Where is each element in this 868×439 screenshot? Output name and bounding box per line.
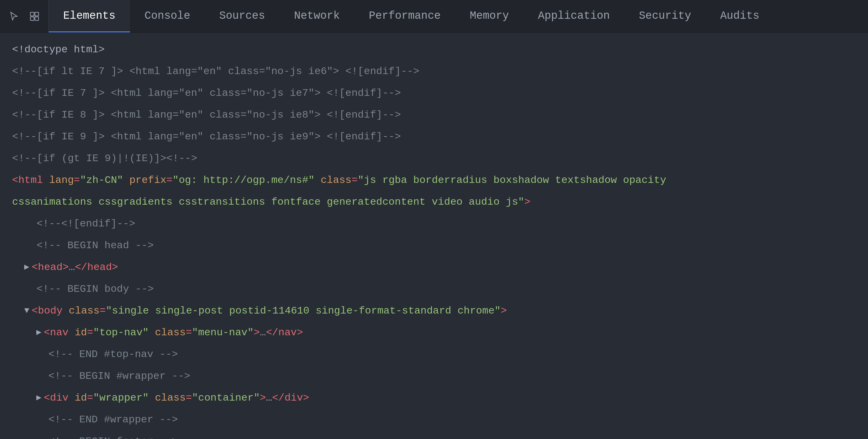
code-line-7b: cssanimations cssgradients csstransition… [0, 191, 868, 213]
body-expand-arrow[interactable] [24, 300, 29, 322]
comment-ie8: <!--[if IE 8 ]> <html lang="en" class="n… [12, 104, 401, 126]
comment-begin-body: <!-- BEGIN body --> [24, 278, 154, 300]
tab-console[interactable]: Console [130, 0, 205, 32]
nav-expand-arrow[interactable] [36, 322, 41, 343]
tab-performance[interactable]: Performance [354, 0, 456, 32]
code-line-16[interactable]: <div id="wrapper" class="container">…</d… [0, 387, 868, 409]
cursor-icon[interactable] [6, 8, 22, 24]
head-expand-arrow[interactable] [24, 256, 29, 278]
code-line-5: <!--[if IE 9 ]> <html lang="en" class="n… [0, 126, 868, 148]
wrapper-expand-arrow[interactable] [36, 387, 41, 409]
tab-elements[interactable]: Elements [49, 0, 130, 32]
html-open-tag: <html [12, 169, 49, 191]
comment-end-top-nav: <!-- END #top-nav --> [49, 343, 178, 365]
comment-ie9: <!--[if IE 9 ]> <html lang="en" class="n… [12, 126, 401, 148]
svg-rect-3 [35, 17, 39, 20]
tab-network[interactable]: Network [279, 0, 354, 32]
comment-ie6: <!--[if lt IE 7 ]> <html lang="en" class… [12, 60, 420, 82]
inspect-icon[interactable] [27, 8, 42, 24]
tab-memory[interactable]: Memory [455, 0, 524, 32]
comment-endif: <!--<![endif]--> [24, 213, 135, 234]
code-line-2: <!--[if lt IE 7 ]> <html lang="en" class… [0, 60, 868, 82]
code-line-3: <!--[if IE 7 ]> <html lang="en" class="n… [0, 82, 868, 104]
code-line-9: <!-- BEGIN head --> [0, 234, 868, 256]
comment-begin-wrapper: <!-- BEGIN #wrapper --> [49, 365, 190, 387]
svg-rect-1 [35, 12, 39, 16]
code-line-7a: <html lang="zh-CN" prefix="og: http://og… [0, 169, 868, 191]
comment-ie7: <!--[if IE 7 ]> <html lang="en" class="n… [12, 82, 401, 104]
comment-end-wrapper: <!-- END #wrapper --> [49, 409, 178, 431]
comment-begin-head: <!-- BEGIN head --> [24, 234, 154, 256]
code-line-15: <!-- BEGIN #wrapper --> [0, 365, 868, 387]
tab-audits[interactable]: Audits [706, 0, 774, 32]
code-line-11: <!-- BEGIN body --> [0, 278, 868, 300]
code-line-13[interactable]: <nav id="top-nav" class="menu-nav">…</na… [0, 322, 868, 343]
tab-application[interactable]: Application [524, 0, 624, 32]
code-line-18: <!-- BEGIN footer --> [0, 431, 868, 439]
elements-panel: <!doctype html> <!--[if lt IE 7 ]> <html… [0, 33, 868, 439]
tab-security[interactable]: Security [624, 0, 706, 32]
code-line-12[interactable]: <body class="single single-post postid-1… [0, 300, 868, 322]
code-line-8: <!--<![endif]--> [0, 213, 868, 234]
tab-sources[interactable]: Sources [205, 0, 279, 32]
code-line-14: <!-- END #top-nav --> [0, 343, 868, 365]
svg-rect-0 [31, 12, 34, 16]
svg-rect-2 [31, 17, 34, 20]
comment-begin-footer: <!-- BEGIN footer --> [49, 431, 178, 439]
toolbar-icons [3, 0, 49, 32]
code-line-6: <!--[if (gt IE 9)|!(IE)]><!--> [0, 148, 868, 169]
doctype-text: <!doctype html> [12, 39, 105, 60]
dev-tools-tabs: Elements Console Sources Network Perform… [49, 0, 774, 32]
comment-gt-ie9: <!--[if (gt IE 9)|!(IE)]><!--> [12, 148, 197, 169]
code-line-1: <!doctype html> [0, 39, 868, 60]
code-line-4: <!--[if IE 8 ]> <html lang="en" class="n… [0, 104, 868, 126]
code-line-10[interactable]: <head>…</head> [0, 256, 868, 278]
tab-bar: Elements Console Sources Network Perform… [0, 0, 868, 33]
code-line-17: <!-- END #wrapper --> [0, 409, 868, 431]
